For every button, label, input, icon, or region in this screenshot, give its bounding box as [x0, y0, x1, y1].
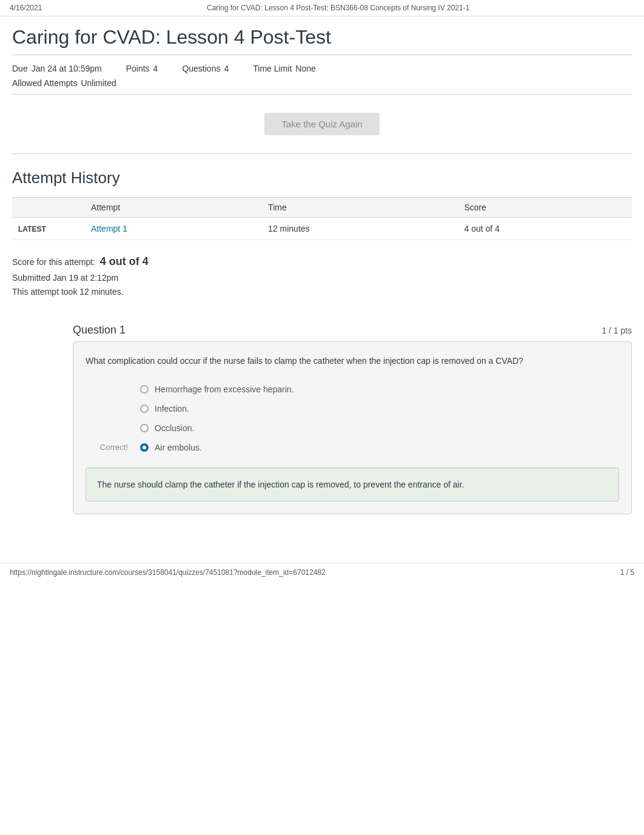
radio-button[interactable] [140, 424, 149, 432]
radio-button[interactable] [140, 385, 149, 394]
question-pts: 1 / 1 pts [602, 326, 632, 335]
attempt-history-title: Attempt History [12, 154, 632, 197]
duration-line: This attempt took 12 minutes. [12, 285, 632, 300]
time-limit-meta: Time Limit None [253, 64, 316, 73]
col-score: Score [458, 198, 632, 218]
answer-inner: Occlusion. [134, 419, 200, 437]
score-label: Score for this attempt: [12, 257, 95, 267]
attempt-link[interactable]: Attempt 1 [91, 224, 127, 233]
attempt-table: Attempt Time Score LATEST Attempt 1 12 m… [12, 197, 632, 240]
time-limit-label: Time Limit [253, 64, 292, 73]
question-title: Question 1 [73, 324, 126, 337]
submitted-line: Submitted Jan 19 at 2:12pm [12, 271, 632, 286]
col-tag [12, 198, 85, 218]
page-title: Caring for CVAD: Lesson 4 Post-Test [12, 16, 632, 55]
take-quiz-section: Take the Quiz Again [12, 95, 632, 154]
footer-url: https://nightingale.instructure.com/cour… [10, 568, 326, 577]
col-time: Time [262, 198, 458, 218]
time-limit-value: None [295, 64, 315, 73]
answer-inner: Air embolus. [134, 438, 208, 457]
due-meta: Due Jan 24 at 10:59pm [12, 64, 102, 73]
allowed-attempts-value: Unlimited [81, 78, 116, 88]
top-bar-date: 4/16/2021 [10, 4, 42, 12]
answer-row: Correct!Air embolus. [86, 438, 619, 457]
footer-page: 1 / 5 [620, 568, 634, 577]
answer-row: Infection. [86, 400, 619, 418]
points-meta: Points 4 [126, 64, 158, 73]
question-text: What complication could occur if the nur… [86, 354, 619, 367]
radio-button[interactable] [140, 443, 149, 452]
answer-text: Infection. [155, 404, 189, 414]
table-row: LATEST Attempt 1 12 minutes 4 out of 4 [12, 218, 632, 240]
footer: https://nightingale.instructure.com/cour… [0, 563, 644, 582]
score-line: Score for this attempt: 4 out of 4 [12, 252, 632, 271]
correct-annotation: Correct! [86, 443, 134, 452]
answer-text: Occlusion. [155, 423, 194, 433]
answer-row: Occlusion. [86, 419, 619, 437]
attempt-summary: Score for this attempt: 4 out of 4 Submi… [12, 240, 632, 306]
due-label: Due [12, 64, 28, 73]
quiz-meta: Due Jan 24 at 10:59pm Points 4 Questions… [12, 55, 632, 95]
top-bar-title: Caring for CVAD: Lesson 4 Post-Test: BSN… [207, 4, 469, 12]
latest-tag: LATEST [18, 225, 46, 233]
radio-button[interactable] [140, 404, 149, 413]
top-bar: 4/16/2021 Caring for CVAD: Lesson 4 Post… [0, 0, 644, 16]
points-label: Points [126, 64, 150, 73]
col-attempt: Attempt [85, 198, 262, 218]
explanation-box: The nurse should clamp the catheter if t… [86, 468, 619, 501]
answer-inner: Infection. [134, 400, 195, 418]
allowed-attempts-label: Allowed Attempts [12, 78, 77, 88]
questions-meta: Questions 4 [182, 64, 229, 73]
questions-label: Questions [182, 64, 220, 73]
points-value: 4 [153, 64, 158, 73]
take-quiz-button[interactable]: Take the Quiz Again [264, 113, 379, 135]
answer-inner: Hemorrhage from excessive heparin. [134, 380, 300, 398]
answer-text: Air embolus. [155, 443, 202, 452]
question-block-1: Question 1 1 / 1 pts What complication c… [73, 318, 632, 514]
due-value: Jan 24 at 10:59pm [32, 64, 102, 73]
allowed-attempts-meta: Allowed Attempts Unlimited [12, 78, 116, 88]
questions-value: 4 [224, 64, 229, 73]
answer-text: Hemorrhage from excessive heparin. [155, 384, 294, 394]
attempt-time: 12 minutes [262, 218, 458, 240]
score-value: 4 out of 4 [100, 255, 149, 267]
attempt-score: 4 out of 4 [458, 218, 632, 240]
answer-row: Hemorrhage from excessive heparin. [86, 380, 619, 398]
